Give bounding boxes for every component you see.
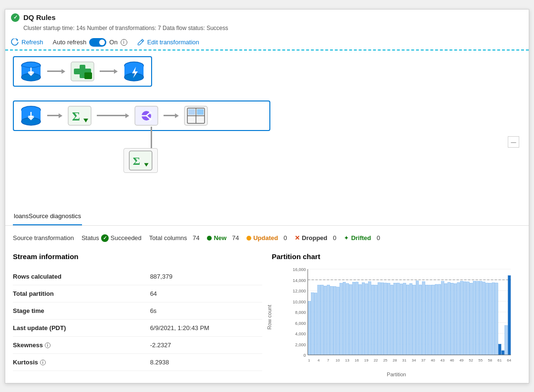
svg-text:49: 49 xyxy=(459,358,463,362)
svg-rect-70 xyxy=(362,282,365,355)
svg-rect-61 xyxy=(333,286,336,355)
drifted-value: 0 xyxy=(377,234,380,241)
svg-rect-98 xyxy=(451,283,454,355)
svg-rect-88 xyxy=(419,285,422,355)
svg-text:31: 31 xyxy=(402,358,407,362)
svg-text:64: 64 xyxy=(507,358,511,362)
svg-rect-113 xyxy=(498,344,501,355)
stream-info-label: Last update (PDT) xyxy=(13,319,150,336)
status-value: Succeeded xyxy=(111,234,142,241)
svg-rect-57 xyxy=(321,285,324,355)
new-value: 74 xyxy=(232,234,239,241)
svg-rect-56 xyxy=(318,285,320,354)
node-join1[interactable] xyxy=(69,60,96,83)
stats-bar: Source transformation Status ✓ Succeeded… xyxy=(13,231,521,249)
svg-rect-77 xyxy=(384,283,387,355)
svg-rect-80 xyxy=(394,283,397,355)
svg-text:34: 34 xyxy=(412,358,416,362)
status-label: Status xyxy=(82,234,99,241)
svg-rect-74 xyxy=(375,285,378,355)
svg-rect-96 xyxy=(444,283,447,355)
svg-text:52: 52 xyxy=(469,358,473,362)
stream-info-title: Stream information xyxy=(13,252,262,261)
node-aggregate2[interactable]: Σ xyxy=(123,148,158,173)
dropped-item: ✕ Dropped 0 xyxy=(295,234,336,241)
svg-rect-65 xyxy=(346,283,349,354)
svg-rect-82 xyxy=(400,283,403,354)
source2-icon xyxy=(19,105,43,126)
arrow3 xyxy=(43,113,66,118)
svg-rect-75 xyxy=(378,282,380,355)
edit-transformation-label: Edit transformation xyxy=(147,39,199,46)
node-source1[interactable] xyxy=(19,61,43,82)
svg-rect-87 xyxy=(416,281,419,354)
stream-info-row: Total partition64 xyxy=(13,285,262,302)
svg-rect-86 xyxy=(413,285,416,355)
stream-info-label: Rows calculated xyxy=(13,268,150,285)
svg-rect-66 xyxy=(349,284,352,354)
auto-refresh-info-icon[interactable]: i xyxy=(121,39,127,46)
svg-rect-116 xyxy=(508,275,511,355)
svg-text:61: 61 xyxy=(497,358,502,362)
svg-rect-81 xyxy=(397,283,400,355)
row-info-icon[interactable]: i xyxy=(45,342,51,348)
auto-refresh-toggle[interactable] xyxy=(89,38,106,47)
svg-rect-71 xyxy=(365,283,368,354)
svg-text:58: 58 xyxy=(488,358,492,362)
arrow4 xyxy=(93,113,133,118)
toolbar: Refresh Auto refresh On i Edit transform… xyxy=(5,35,529,50)
svg-text:10: 10 xyxy=(336,358,340,362)
node-source2[interactable] xyxy=(19,105,43,126)
dropped-label: Dropped xyxy=(302,234,327,241)
svg-text:55: 55 xyxy=(478,358,483,362)
total-columns-label: Total columns xyxy=(149,234,187,241)
dropped-x-icon: ✕ xyxy=(295,234,300,241)
svg-rect-106 xyxy=(476,281,479,355)
svg-point-14 xyxy=(21,118,41,125)
new-item: New 74 xyxy=(207,234,239,241)
svg-rect-93 xyxy=(435,284,438,354)
stream-info-row: Last update (PDT)6/9/2021, 1:20:43 PM xyxy=(13,319,262,336)
svg-rect-91 xyxy=(429,285,431,354)
updated-dot xyxy=(246,236,251,241)
updated-label: Updated xyxy=(253,234,278,241)
svg-text:1: 1 xyxy=(308,358,310,362)
stream-info-row: Kurtosisi8.2938 xyxy=(13,353,262,371)
diagram-canvas: Σ xyxy=(5,50,529,208)
svg-text:46: 46 xyxy=(450,358,454,362)
node-split1[interactable] xyxy=(133,104,160,127)
svg-rect-107 xyxy=(479,281,482,355)
svg-rect-97 xyxy=(448,282,451,354)
tab-loans-source[interactable]: loansSource diagnostics xyxy=(13,208,82,225)
info-table: Rows calculated887,379Total partition64S… xyxy=(13,268,262,371)
tab-bar: loansSource diagnostics xyxy=(5,208,529,226)
svg-rect-54 xyxy=(311,292,314,355)
stream-info-label: Skewnessi xyxy=(13,336,150,353)
drifted-item: ✦ Drifted 0 xyxy=(344,234,380,241)
flow-group-1 xyxy=(13,56,152,87)
edit-transformation-button[interactable]: Edit transformation xyxy=(137,39,199,46)
svg-text:6,000: 6,000 xyxy=(295,321,306,325)
svg-rect-102 xyxy=(463,281,466,355)
svg-rect-67 xyxy=(352,282,355,355)
branch-connector xyxy=(151,127,152,151)
stream-info-value: 64 xyxy=(150,285,262,302)
aggregate2-icon: Σ xyxy=(128,150,153,171)
row-info-icon[interactable]: i xyxy=(40,360,46,365)
svg-rect-83 xyxy=(403,283,406,355)
node-window1[interactable] xyxy=(183,104,209,127)
svg-text:2,000: 2,000 xyxy=(295,342,306,347)
stream-info-value: 8.2938 xyxy=(150,353,262,371)
refresh-button[interactable]: Refresh xyxy=(11,39,43,46)
svg-text:12,000: 12,000 xyxy=(293,289,306,293)
svg-point-10 xyxy=(124,73,144,81)
content-grid: Stream information Rows calculated887,37… xyxy=(13,249,521,377)
node-sink1[interactable] xyxy=(122,61,146,82)
split1-icon xyxy=(133,104,160,127)
svg-text:43: 43 xyxy=(440,358,444,362)
scroll-indicator[interactable]: — xyxy=(508,136,519,148)
svg-text:10,000: 10,000 xyxy=(293,299,306,304)
svg-rect-60 xyxy=(330,286,333,355)
svg-rect-92 xyxy=(432,285,435,355)
node-aggregate1[interactable]: Σ xyxy=(66,104,93,127)
